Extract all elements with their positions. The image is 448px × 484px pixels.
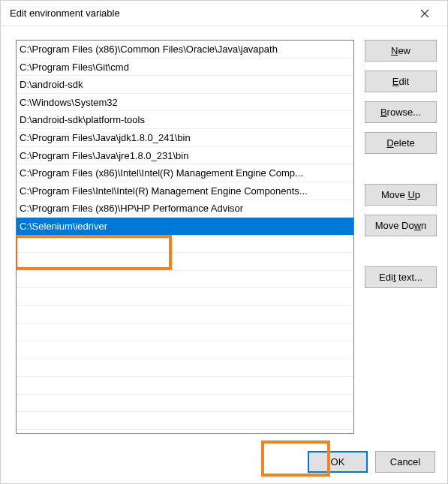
- list-item[interactable]: C:\Program Files\Intel\Intel(R) Manageme…: [17, 182, 353, 200]
- delete-button-label: Delete: [386, 137, 415, 149]
- titlebar: Edit environment variable: [1, 1, 447, 26]
- bottom-row: OK Cancel: [16, 437, 437, 473]
- path-listbox[interactable]: C:\Program Files (x86)\Common Files\Orac…: [16, 40, 354, 434]
- main-row: C:\Program Files (x86)\Common Files\Orac…: [16, 40, 437, 437]
- move-up-button[interactable]: Move Up: [365, 184, 437, 206]
- list-empty-row: [17, 236, 353, 254]
- delete-button[interactable]: Delete: [365, 132, 437, 154]
- browse-button-label: Browse...: [380, 107, 421, 118]
- list-item[interactable]: C:\Program Files (x86)\HP\HP Performance…: [17, 200, 353, 218]
- list-empty-row: [17, 341, 353, 359]
- list-item[interactable]: C:\Program Files\Java\jre1.8.0_231\bin: [17, 147, 353, 165]
- list-item[interactable]: C:\Selenium\iedriver: [17, 218, 353, 236]
- edit-button-label: Edit: [392, 76, 409, 87]
- list-item[interactable]: C:\Program Files\Java\jdk1.8.0_241\bin: [17, 129, 353, 147]
- list-item[interactable]: D:\android-sdk: [17, 76, 353, 94]
- list-empty-row: [17, 253, 353, 271]
- edit-text-button-label: Edit text...: [379, 272, 422, 283]
- list-empty-row: [17, 306, 353, 324]
- close-icon: [420, 9, 429, 18]
- list-empty-row: [17, 271, 353, 289]
- cancel-button[interactable]: Cancel: [375, 451, 435, 473]
- edit-text-button[interactable]: Edit text...: [365, 266, 437, 288]
- list-item[interactable]: C:\Program Files (x86)\Intel\Intel(R) Ma…: [17, 164, 353, 182]
- button-column: New Edit Browse... Delete Move Up Move D…: [365, 40, 437, 437]
- move-up-button-label: Move Up: [381, 189, 420, 200]
- edit-env-dialog: Edit environment variable C:\Program Fil…: [0, 0, 448, 484]
- edit-button[interactable]: Edit: [365, 71, 437, 92]
- move-down-button[interactable]: Move Down: [365, 215, 437, 236]
- browse-button[interactable]: Browse...: [365, 101, 437, 123]
- list-item[interactable]: C:\Program Files\Git\cmd: [17, 59, 353, 77]
- list-item[interactable]: C:\Windows\System32: [17, 94, 353, 112]
- dialog-body: C:\Program Files (x86)\Common Files\Orac…: [1, 26, 447, 483]
- list-item[interactable]: C:\Program Files (x86)\Common Files\Orac…: [17, 41, 353, 59]
- close-button[interactable]: [410, 3, 440, 24]
- list-empty-row: [17, 288, 353, 306]
- list-empty-row: [17, 412, 353, 430]
- window-title: Edit environment variable: [10, 8, 410, 19]
- move-down-button-label: Move Down: [375, 220, 427, 231]
- list-inner: C:\Program Files (x86)\Common Files\Orac…: [17, 41, 353, 433]
- list-empty-row: [17, 324, 353, 342]
- list-item[interactable]: D:\android-sdk\platform-tools: [17, 111, 353, 129]
- list-empty-row: [17, 395, 353, 413]
- list-empty-row: [17, 377, 353, 395]
- new-button-label: New: [391, 45, 410, 56]
- new-button[interactable]: New: [365, 40, 437, 62]
- list-empty-row: [17, 359, 353, 377]
- ok-button[interactable]: OK: [308, 451, 368, 473]
